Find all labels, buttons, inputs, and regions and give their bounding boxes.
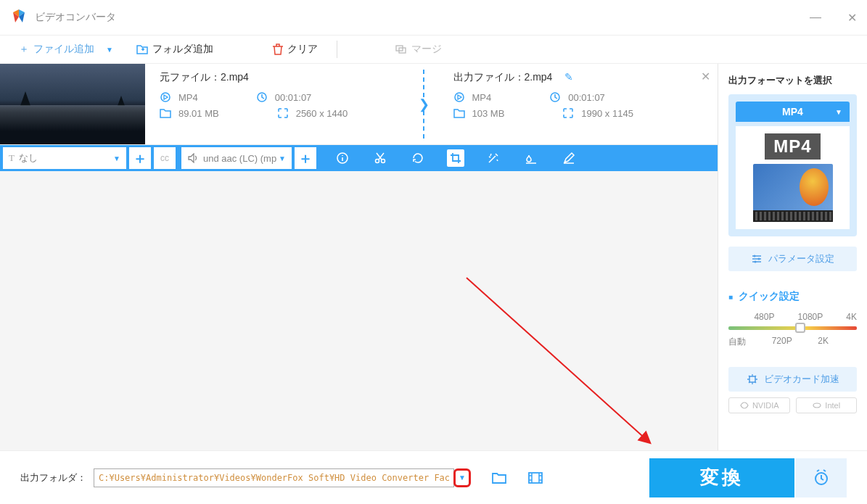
chip-icon [747,373,758,385]
add-folder-label: フォルダ追加 [152,43,213,56]
source-file-label: 元ファイル： [160,71,221,83]
slider-handle[interactable] [795,323,805,333]
chevron-down-icon: ▼ [835,108,842,116]
svg-point-11 [755,261,757,263]
parameter-settings-button[interactable]: パラメータ設定 [728,247,857,271]
output-file-label: 出力ファイル： [453,71,525,83]
folder-icon [453,108,467,118]
svg-point-7 [376,160,379,163]
output-format: MP4 [472,92,492,103]
watermark-icon[interactable] [522,149,540,167]
subtitle-select[interactable]: T なし ▼ [3,147,126,169]
merge-button[interactable]: マージ [395,43,442,56]
quality-label: 4K [846,312,857,322]
intel-badge: Intel [796,397,858,413]
subtitle-option: なし [19,152,38,165]
rotate-icon[interactable] [409,149,427,167]
film-icon[interactable] [527,471,543,484]
svg-rect-12 [749,376,755,382]
quality-label: 480P [754,312,774,322]
chevron-down-icon[interactable]: ▼ [106,46,113,54]
gpu-accel-label: ビデオカード加速 [764,373,839,386]
edit-filename-icon[interactable]: ✎ [564,71,573,83]
add-subtitle-button[interactable]: ＋ [129,147,151,169]
output-duration: 00:01:07 [568,92,605,103]
resolution-icon [277,107,290,119]
app-logo-icon [10,9,28,26]
info-icon[interactable] [334,149,351,167]
output-folder-label: 出力フォルダ： [20,471,86,484]
gpu-accel-button[interactable]: ビデオカード加速 [728,367,857,392]
quality-labels-top: . 480P 1080P 4K [728,312,857,322]
chevron-down-icon: ▼ [279,154,286,162]
svg-point-8 [382,160,385,163]
file-item: 元ファイル：2.mp4 MP4 00:01:07 89.01 MB 2560 x… [0,64,718,145]
quality-label: 2K [818,336,829,348]
edit-icon[interactable] [560,149,578,167]
quick-settings-label: クイック設定 [739,290,800,303]
schedule-button[interactable] [796,458,847,497]
format-preview-image: MP4 [736,126,850,229]
item-controls-bar: T なし ▼ ＋ cc und aac (LC) (mp ▼ ＋ [0,145,718,171]
open-folder-icon[interactable] [491,471,507,484]
bottom-bar: 出力フォルダ： ▼ 変換 [0,450,867,504]
top-toolbar: ＋ ファイル追加 ▼ フォルダ追加 クリア マージ [0,35,867,64]
toolbar-separator [337,41,337,58]
quick-settings-title: クイック設定 [728,290,857,303]
vendor-label: NVIDIA [752,401,779,410]
video-thumbnail[interactable] [0,64,145,144]
audio-track-select[interactable]: und aac (LC) (mp ▼ [181,147,292,169]
output-file-column: ✕ 出力ファイル：2.mp4 ✎ MP4 00:01:07 103 MB 199… [432,64,718,144]
quality-label: 自動 [728,336,746,348]
param-button-label: パラメータ設定 [768,252,834,265]
format-icon [160,91,173,103]
format-badge: MP4 [765,133,820,160]
format-select-button[interactable]: MP4 ▼ [736,102,850,122]
svg-point-9 [754,255,756,257]
folder-plus-icon [136,44,148,54]
add-file-button[interactable]: ＋ ファイル追加 ▼ [15,40,118,59]
quality-labels-bottom: 自動 720P 2K . [728,336,857,348]
cut-icon[interactable] [371,149,389,167]
add-folder-button[interactable]: フォルダ追加 [132,40,218,59]
audio-option: und aac (LC) (mp [203,153,276,164]
output-folder-dropdown[interactable]: ▼ [453,468,471,487]
convert-label: 変換 [700,465,744,490]
audio-icon [187,153,199,163]
add-file-label: ファイル追加 [33,43,94,56]
merge-label: マージ [411,43,442,56]
cc-button[interactable]: cc [154,147,176,169]
plus-icon: ＋ [19,43,29,56]
add-audio-button[interactable]: ＋ [295,147,316,169]
quality-slider[interactable] [728,326,857,330]
convert-button[interactable]: 変換 [649,458,794,497]
source-file-name: 2.mp4 [221,71,249,83]
output-folder-input[interactable] [94,468,454,487]
trash-icon [273,44,283,55]
nvidia-badge: NVIDIA [728,397,790,413]
remove-file-icon[interactable]: ✕ [701,70,710,83]
merge-icon [395,44,407,54]
app-title: ビデオコンバータ [35,11,116,24]
minimize-icon[interactable]: — [810,11,821,25]
clear-button[interactable]: クリア [268,40,322,59]
close-icon[interactable]: ✕ [847,11,857,25]
svg-rect-14 [529,473,542,483]
chevron-down-icon: ▼ [113,154,120,162]
output-resolution: 1990 x 1145 [581,108,633,119]
output-file-name: 2.mp4 [525,71,553,83]
source-file-column: 元ファイル：2.mp4 MP4 00:01:07 89.01 MB 2560 x… [145,64,432,144]
crop-icon[interactable] [447,149,464,167]
svg-point-10 [758,258,760,260]
effects-icon[interactable] [485,149,502,167]
source-size: 89.01 MB [178,108,219,119]
source-format: MP4 [178,92,198,103]
quality-label: 1080P [798,312,823,322]
resolution-icon [562,107,575,119]
format-select-label: MP4 [782,106,803,117]
right-sidebar: 出力フォーマットを選択 MP4 ▼ MP4 パラメータ設定 クイック設定 . 4… [718,64,867,450]
subtitle-prefix-icon: T [9,152,15,164]
folder-icon [160,108,173,118]
output-format-title: 出力フォーマットを選択 [728,74,857,87]
clock-icon [549,91,562,103]
